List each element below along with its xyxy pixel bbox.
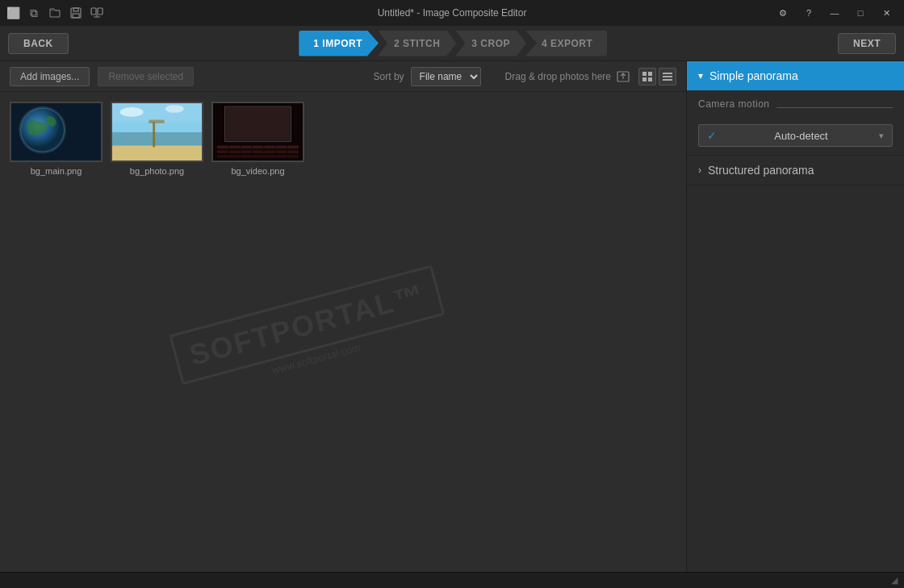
save-icon[interactable]	[69, 6, 82, 19]
step-3-label: 3 CROP	[471, 38, 510, 49]
svg-rect-20	[112, 132, 202, 145]
step-4-label: 4 EXPORT	[542, 38, 592, 49]
image-thumb-2	[211, 102, 304, 162]
sort-label: Sort by	[374, 71, 404, 82]
image-item-1[interactable]: bg_photo.png	[111, 102, 203, 176]
svg-point-25	[165, 105, 184, 113]
svg-point-24	[120, 107, 144, 117]
image-label-2: bg_video.png	[231, 166, 284, 176]
step-navigation: BACK 1 IMPORT 2 STITCH 3 CROP 4 EXPORT N…	[0, 26, 904, 61]
copy-icon[interactable]: ⧉	[27, 6, 40, 19]
status-bar: ◢	[0, 572, 904, 588]
open-icon[interactable]	[48, 6, 61, 19]
action-bar: Add images... Remove selected Sort by Fi…	[0, 61, 686, 92]
watermark: SOFTPORTAL™ www.softportal.com	[169, 265, 449, 399]
svg-rect-6	[642, 72, 647, 76]
settings-button[interactable]: ⚙	[772, 5, 794, 21]
new-icon[interactable]: ⬜	[6, 6, 19, 19]
image-grid: bg_main.png	[10, 102, 676, 176]
simple-panorama-section: ▾ Simple panorama Camera motion ✓ Auto-d…	[687, 61, 904, 156]
structured-panorama-label: Structured panorama	[708, 164, 814, 177]
svg-rect-9	[648, 77, 652, 81]
step-import[interactable]: 1 IMPORT	[299, 31, 379, 56]
step-1-label: 1 IMPORT	[313, 38, 362, 49]
svg-rect-30	[217, 150, 299, 153]
list-view-button[interactable]	[659, 68, 676, 85]
sort-select[interactable]: File name	[411, 67, 481, 86]
image-item-0[interactable]: bg_main.png	[10, 102, 103, 176]
right-panel: ▾ Simple panorama Camera motion ✓ Auto-d…	[686, 61, 904, 572]
window-controls: ⚙ ? — □ ✕	[772, 5, 898, 21]
svg-rect-11	[663, 76, 672, 77]
simple-panorama-label: Simple panorama	[709, 69, 798, 82]
help-button[interactable]: ?	[797, 5, 820, 21]
svg-rect-8	[642, 77, 647, 81]
watermark-sub: www.softportal.com	[182, 317, 449, 399]
chevron-down-icon: ▾	[698, 70, 703, 81]
svg-rect-29	[217, 145, 299, 148]
images-area: bg_main.png	[0, 92, 686, 572]
step-crop[interactable]: 3 CROP	[455, 31, 526, 56]
app-title: Untitled* - Image Composite Editor	[378, 7, 527, 19]
step-export[interactable]: 4 EXPORT	[525, 31, 607, 56]
titlebar: ⬜ ⧉ Untitled* - Image Composite Editor ⚙…	[0, 0, 904, 26]
svg-rect-31	[217, 155, 299, 158]
svg-rect-3	[91, 8, 96, 15]
svg-rect-10	[663, 73, 672, 74]
image-item-2[interactable]: bg_video.png	[211, 102, 304, 176]
structured-panorama-header[interactable]: › Structured panorama	[687, 156, 904, 185]
svg-rect-19	[112, 145, 202, 161]
drag-drop-label: Drag & drop photos here	[505, 71, 611, 82]
image-thumb-0	[10, 102, 103, 162]
main-area: Add images... Remove selected Sort by Fi…	[0, 61, 904, 572]
svg-rect-2	[73, 14, 79, 18]
view-toggle	[638, 68, 676, 85]
dropdown-value: Auto-detect	[774, 130, 828, 142]
structured-panorama-section: › Structured panorama	[687, 156, 904, 186]
chevron-right-icon: ›	[698, 165, 701, 176]
svg-rect-28	[226, 108, 289, 140]
image-label-0: bg_main.png	[31, 166, 82, 176]
svg-rect-7	[648, 72, 652, 76]
watermark-text: SOFTPORTAL™	[169, 265, 445, 385]
step-stitch[interactable]: 2 STITCH	[378, 31, 456, 56]
svg-rect-4	[98, 8, 103, 15]
export-icon[interactable]	[90, 6, 103, 19]
next-button[interactable]: NEXT	[838, 33, 896, 54]
image-label-1: bg_photo.png	[130, 166, 184, 176]
camera-motion-label: Camera motion	[698, 98, 770, 110]
close-button[interactable]: ✕	[875, 5, 898, 21]
content-area: Add images... Remove selected Sort by Fi…	[0, 61, 686, 572]
camera-motion-row: Camera motion	[698, 98, 893, 116]
back-button[interactable]: BACK	[8, 33, 69, 54]
svg-rect-1	[73, 8, 78, 11]
minimize-button[interactable]: —	[823, 5, 846, 21]
sort-group: Sort by File name	[374, 67, 481, 86]
add-images-button[interactable]: Add images...	[10, 67, 90, 86]
drag-drop-hint: Drag & drop photos here	[505, 68, 676, 85]
step-2-label: 2 STITCH	[394, 38, 440, 49]
maximize-button[interactable]: □	[849, 5, 872, 21]
simple-panorama-header[interactable]: ▾ Simple panorama	[687, 61, 904, 90]
remove-selected-button[interactable]: Remove selected	[98, 67, 194, 86]
grid-view-button[interactable]	[638, 68, 656, 85]
simple-panorama-content: Camera motion ✓ Auto-detect ▾	[687, 90, 904, 155]
svg-rect-12	[663, 79, 672, 81]
chevron-down-icon: ▾	[879, 131, 884, 141]
resize-handle[interactable]: ◢	[891, 575, 898, 586]
image-thumb-1	[111, 102, 203, 162]
svg-rect-21	[153, 122, 155, 147]
camera-motion-dropdown[interactable]: ✓ Auto-detect ▾	[698, 124, 893, 147]
check-icon: ✓	[707, 129, 717, 142]
steps-container: 1 IMPORT 2 STITCH 3 CROP 4 EXPORT	[299, 31, 607, 56]
titlebar-toolbar: ⬜ ⧉	[6, 6, 103, 19]
